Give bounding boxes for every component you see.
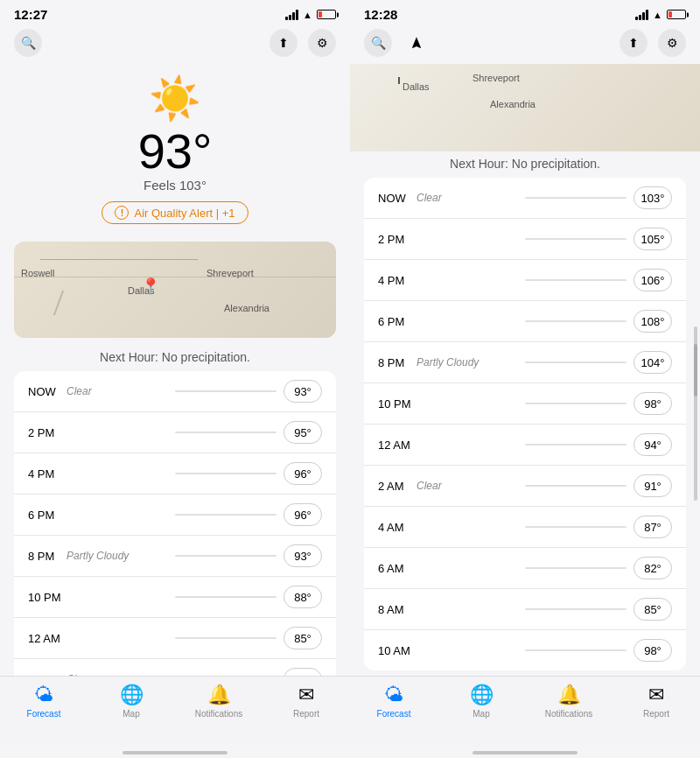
share-button[interactable]: ⬆ bbox=[270, 29, 298, 57]
settings-button-right[interactable]: ⚙ bbox=[658, 29, 686, 57]
forecast-label: Forecast bbox=[27, 709, 61, 719]
nav-report-left[interactable]: ✉ Report bbox=[262, 684, 350, 719]
scroll-area-left[interactable]: ☀️ 93° Feels 103° ! Air Quality Alert | … bbox=[0, 64, 350, 676]
time-right: 12:28 bbox=[364, 7, 397, 22]
hour-bar bbox=[175, 514, 276, 516]
hour-time: 4 PM bbox=[28, 467, 63, 481]
hourly-item-2: 4 PM 96° bbox=[14, 453, 336, 495]
hour-temp: 105° bbox=[634, 228, 672, 250]
nav-forecast-right[interactable]: 🌤 Forecast bbox=[350, 684, 438, 719]
hour-time: 6 AM bbox=[378, 562, 413, 575]
nav-map-right[interactable]: 🌐 Map bbox=[438, 684, 525, 719]
map-label-roswell: Roswell bbox=[21, 268, 55, 278]
nav-map-left[interactable]: 🌐 Map bbox=[88, 684, 175, 719]
forecast-label-right: Forecast bbox=[377, 709, 411, 719]
search-button-right[interactable]: 🔍 bbox=[364, 29, 392, 57]
temperature-display: 93° bbox=[138, 127, 213, 176]
hour-temp: 87° bbox=[634, 516, 672, 538]
battery-fill-right bbox=[668, 11, 672, 18]
hourly-item-1: 2 PM 95° bbox=[14, 412, 336, 453]
toolbar-left: 🔍 ⬆ ⚙ bbox=[0, 25, 350, 64]
hour-time: NOW bbox=[378, 192, 413, 205]
hour-temp: 103° bbox=[634, 186, 672, 209]
hour-condition: Clear bbox=[66, 385, 168, 397]
map-left[interactable]: Roswell Dallas Shreveport Alexandria 📍 bbox=[14, 242, 336, 338]
hour-temp: 91° bbox=[634, 474, 672, 497]
map-background: Roswell Dallas Shreveport Alexandria 📍 bbox=[14, 242, 336, 338]
hour-time: 8 AM bbox=[378, 603, 413, 616]
settings-button[interactable]: ⚙ bbox=[308, 29, 336, 57]
share-button-right[interactable]: ⬆ bbox=[620, 29, 648, 57]
nav-forecast-left[interactable]: 🌤 Forecast bbox=[0, 684, 88, 719]
hour-bar bbox=[525, 444, 626, 446]
hourly-item-r3: 6 PM 108° bbox=[364, 301, 686, 342]
hour-bar bbox=[525, 403, 626, 404]
hour-temp: 98° bbox=[634, 639, 672, 662]
toolbar-left-actions: 🔍 bbox=[14, 29, 42, 57]
sun-icon: ☀️ bbox=[149, 74, 201, 123]
report-icon-right: ✉ bbox=[648, 684, 664, 706]
hour-bar bbox=[525, 485, 626, 487]
status-bar-right: 12:28 ▲ bbox=[350, 0, 700, 25]
scroll-area-right[interactable]: Next Hour: No precipitation. NOW Clear 1… bbox=[350, 151, 700, 676]
hour-temp: 98° bbox=[634, 392, 672, 415]
hour-bar bbox=[175, 555, 276, 557]
hour-time: 12 AM bbox=[28, 632, 63, 645]
hour-temp: 95° bbox=[284, 421, 322, 444]
hour-temp: 85° bbox=[284, 627, 322, 649]
alert-text: Air Quality Alert | +1 bbox=[134, 207, 234, 220]
hourly-item-r9: 6 AM 82° bbox=[364, 548, 686, 589]
hourly-list-right: NOW Clear 103° 2 PM 105° 4 PM 106° 6 PM bbox=[364, 178, 686, 670]
hour-temp: 83° bbox=[284, 668, 322, 676]
air-quality-alert-badge[interactable]: ! Air Quality Alert | +1 bbox=[102, 201, 248, 224]
notifications-label: Notifications bbox=[195, 709, 242, 719]
nav-report-right[interactable]: ✉ Report bbox=[612, 684, 700, 719]
location-button[interactable] bbox=[402, 29, 430, 57]
search-button[interactable]: 🔍 bbox=[14, 29, 42, 57]
hour-time: 10 AM bbox=[378, 644, 413, 657]
hour-condition: Clear bbox=[416, 192, 518, 204]
hourly-item-r4: 8 PM Partly Cloudy 104° bbox=[364, 342, 686, 383]
hour-bar bbox=[525, 238, 626, 240]
home-indicator-right bbox=[472, 751, 578, 754]
map-label-alexandria: Alexandria bbox=[224, 303, 270, 313]
report-label: Report bbox=[293, 709, 319, 719]
weather-hero: ☀️ 93° Feels 103° ! Air Quality Alert | … bbox=[0, 64, 350, 231]
map-label-alexandria-right: Alexandria bbox=[490, 99, 536, 109]
hour-bar bbox=[175, 596, 276, 598]
hourly-item-6: 12 AM 85° bbox=[14, 618, 336, 659]
nav-notifications-right[interactable]: 🔔 Notifications bbox=[525, 684, 612, 719]
hour-time: 10 PM bbox=[378, 397, 413, 411]
hour-temp: 96° bbox=[284, 503, 322, 526]
hour-temp: 106° bbox=[634, 269, 672, 291]
hour-bar bbox=[525, 608, 626, 610]
notifications-icon: 🔔 bbox=[207, 684, 231, 706]
map-icon-right: 🌐 bbox=[470, 684, 494, 706]
bottom-nav-right: 🌤 Forecast 🌐 Map 🔔 Notifications ✉ Repor… bbox=[350, 676, 700, 746]
hour-bar bbox=[175, 473, 276, 474]
hour-time: NOW bbox=[28, 385, 63, 398]
hourly-item-r2: 4 PM 106° bbox=[364, 260, 686, 301]
hour-time: 6 PM bbox=[28, 509, 63, 522]
hour-condition: Clear bbox=[416, 480, 518, 492]
hour-time: 6 PM bbox=[378, 315, 413, 328]
map-top-right[interactable]: Dallas Shreveport Alexandria bbox=[350, 64, 700, 151]
hour-bar bbox=[525, 567, 626, 569]
hour-bar bbox=[175, 432, 276, 433]
hourly-item-4: 8 PM Partly Cloudy 93° bbox=[14, 536, 336, 577]
notifications-icon-right: 🔔 bbox=[557, 684, 581, 706]
status-icons-left: ▲ bbox=[285, 10, 336, 20]
alert-icon: ! bbox=[115, 206, 129, 220]
hour-temp: 82° bbox=[634, 557, 672, 579]
hour-time: 10 PM bbox=[28, 591, 63, 604]
nav-notifications-left[interactable]: 🔔 Notifications bbox=[175, 684, 262, 719]
hour-time: 8 PM bbox=[28, 550, 63, 563]
hour-bar bbox=[525, 197, 626, 199]
hour-time: 2 AM bbox=[378, 480, 413, 493]
battery-icon-right bbox=[667, 10, 686, 19]
hour-bar bbox=[175, 637, 276, 639]
hour-bar bbox=[525, 526, 626, 528]
hourly-item-5: 10 PM 88° bbox=[14, 577, 336, 618]
hour-bar bbox=[525, 320, 626, 322]
hourly-item-r1: 2 PM 105° bbox=[364, 219, 686, 260]
